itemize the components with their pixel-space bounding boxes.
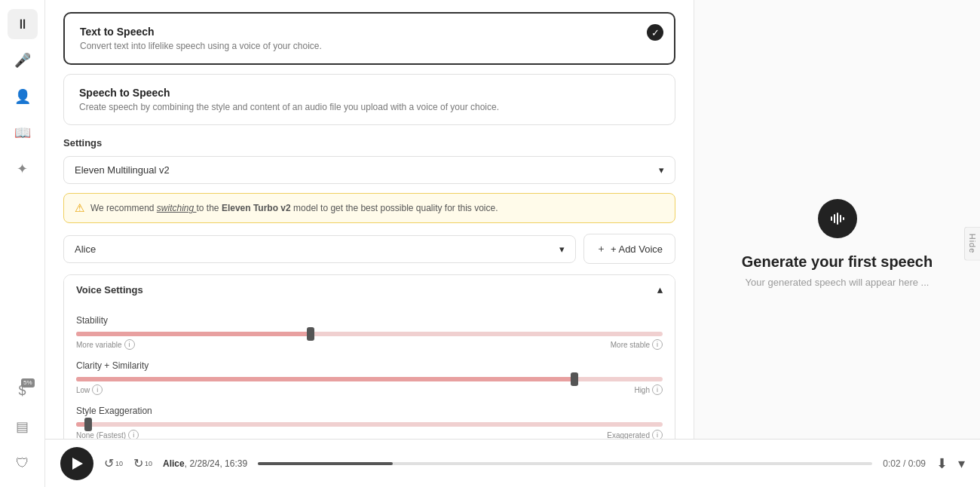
clarity-slider-row: Clarity + Similarity Low i <box>76 360 663 395</box>
card-check-tts: ✓ <box>647 24 663 41</box>
style-label: Style Exaggeration <box>76 406 663 416</box>
model-dropdown[interactable]: Eleven Multilingual v2 ▾ <box>63 156 675 184</box>
sidebar-icon-pause[interactable]: ⏸ <box>8 9 38 39</box>
clarity-thumb[interactable] <box>571 372 578 386</box>
clarity-slider-labels: Low i High i <box>76 384 663 395</box>
clarity-track-bg <box>76 377 663 381</box>
book-icon: 📖 <box>14 124 31 141</box>
text-to-speech-card[interactable]: Text to Speech Convert text into lifelik… <box>63 12 675 65</box>
sidebar-icon-book[interactable]: 📖 <box>8 118 38 148</box>
waveform-icon: 🎤 <box>14 52 31 69</box>
svg-rect-4 <box>843 217 844 220</box>
sidebar: ⏸ 🎤 👤 📖 ✦ $ 5% ▤ 🛡 <box>0 0 45 487</box>
settings-label: Settings <box>63 137 675 149</box>
clarity-left-label: Low i <box>76 384 103 395</box>
stability-slider-labels: More variable i More stable i <box>76 339 663 350</box>
forward-icon: ↻ <box>133 456 143 470</box>
stability-left-label: More variable i <box>76 339 135 350</box>
sidebar-icon-billing[interactable]: $ 5% <box>8 375 38 406</box>
style-thumb[interactable] <box>84 418 92 431</box>
stability-slider-row: Stability More variable i <box>76 315 663 350</box>
progress-bar[interactable] <box>258 462 872 465</box>
right-panel: Hide Generate your first speech Your gen… <box>694 0 980 487</box>
sidebar-icon-shield[interactable]: 🛡 <box>8 448 38 478</box>
generate-desc: Your generated speech will appear here .… <box>746 277 929 288</box>
content-area: Text to Speech Convert text into lifelik… <box>45 0 694 487</box>
sidebar-icon-waveform[interactable]: 🎤 <box>8 45 38 75</box>
stability-label: Stability <box>76 315 663 326</box>
download-button[interactable]: ⬇ <box>936 455 948 472</box>
voice-settings-header[interactable]: Voice Settings ▴ <box>64 275 675 305</box>
voice-value: Alice <box>75 244 96 255</box>
time-display: 0:02 / 0:09 <box>883 458 926 469</box>
generate-icon <box>818 199 857 238</box>
bold-model: Eleven Turbo v2 <box>222 203 291 213</box>
stability-info-icon[interactable]: i <box>124 339 135 350</box>
clarity-right-label: High i <box>634 384 663 395</box>
chevron-down-player-button[interactable]: ▾ <box>958 455 965 472</box>
download-icon: ⬇ <box>936 456 948 471</box>
current-time: 0:02 <box>883 458 900 469</box>
sliders-area: Stability More variable i <box>64 305 675 458</box>
add-voice-button[interactable]: ＋ + Add Voice <box>583 234 675 264</box>
add-voice-label: + Add Voice <box>611 244 663 255</box>
switching-link[interactable]: switching <box>157 203 197 213</box>
stability-info-right-icon[interactable]: i <box>652 339 663 350</box>
rewind-button[interactable]: ↺ 10 <box>104 456 123 470</box>
stability-thumb[interactable] <box>307 327 314 341</box>
chevron-down-voice-icon: ▾ <box>559 244 565 255</box>
warning-icon: ⚠ <box>75 201 84 215</box>
plus-icon: ＋ <box>596 242 606 256</box>
card-title-sts: Speech to Speech <box>79 87 660 99</box>
sidebar-icon-magic[interactable]: ✦ <box>8 154 38 184</box>
chevron-down-icon: ▾ <box>659 164 664 176</box>
shield-icon: 🛡 <box>16 455 29 471</box>
clarity-track[interactable] <box>76 377 663 381</box>
pause-icon: ⏸ <box>16 17 29 32</box>
voice-settings-title: Voice Settings <box>76 284 143 296</box>
magic-icon: ✦ <box>17 161 28 177</box>
style-track-bg <box>76 422 663 427</box>
clarity-fill <box>76 377 574 381</box>
rewind-label: 10 <box>115 460 123 467</box>
chevron-down-player-icon: ▾ <box>958 456 965 471</box>
stability-right-label: More stable i <box>611 339 663 350</box>
sidebar-icon-users[interactable]: 👤 <box>8 81 38 112</box>
svg-rect-3 <box>840 215 841 222</box>
stability-track[interactable] <box>76 332 663 336</box>
play-button[interactable] <box>60 447 93 480</box>
play-icon <box>72 458 83 470</box>
card-desc-sts: Create speech by combining the style and… <box>79 102 660 112</box>
audio-player: ↺ 10 ↻ 10 Alice, 2/28/24, 16:39 0:02 / 0… <box>45 439 980 487</box>
generate-title: Generate your first speech <box>742 253 933 271</box>
player-date: 2/28/24, 16:39 <box>189 458 247 469</box>
forward-button[interactable]: ↻ 10 <box>133 456 152 470</box>
hide-tab[interactable]: Hide <box>964 227 980 261</box>
svg-rect-0 <box>831 216 832 221</box>
svg-rect-1 <box>834 214 835 223</box>
total-time: 0:09 <box>908 458 926 469</box>
clarity-label: Clarity + Similarity <box>76 360 663 371</box>
chevron-up-icon: ▴ <box>657 284 663 296</box>
player-voice-name: Alice <box>163 458 185 469</box>
style-track[interactable] <box>76 422 663 427</box>
time-separator: / <box>903 458 908 469</box>
progress-bar-fill <box>258 462 393 465</box>
svg-rect-2 <box>837 213 838 225</box>
card-desc-tts: Convert text into lifelike speech using … <box>80 41 659 51</box>
sidebar-icon-history[interactable]: ▤ <box>8 412 38 442</box>
warning-banner: ⚠ We recommend switching to the Eleven T… <box>63 193 675 223</box>
speech-to-speech-card[interactable]: Speech to Speech Create speech by combin… <box>63 74 675 125</box>
forward-label: 10 <box>145 460 152 467</box>
history-icon: ▤ <box>16 418 29 435</box>
users-icon: 👤 <box>14 88 31 105</box>
clarity-info-icon[interactable]: i <box>92 384 103 395</box>
model-value: Eleven Multilingual v2 <box>75 164 170 176</box>
rewind-icon: ↺ <box>104 456 114 470</box>
voice-dropdown[interactable]: Alice ▾ <box>63 235 576 263</box>
stability-fill <box>76 332 311 336</box>
clarity-info-right-icon[interactable]: i <box>652 384 663 395</box>
player-meta: Alice, 2/28/24, 16:39 <box>163 458 247 469</box>
voice-row: Alice ▾ ＋ + Add Voice <box>63 234 675 264</box>
card-title-tts: Text to Speech <box>80 26 659 38</box>
